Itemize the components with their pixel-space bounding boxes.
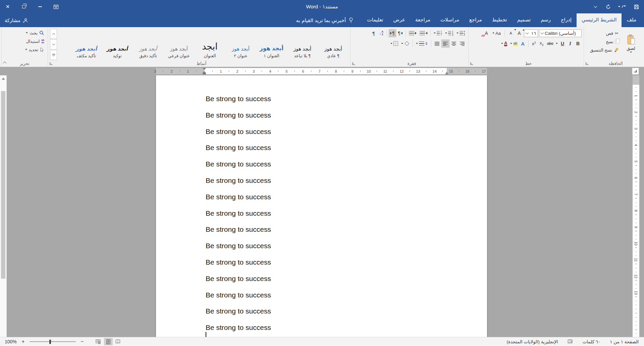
styles-more-button[interactable] [50, 50, 57, 60]
styles-scroll-up-button[interactable] [50, 29, 57, 39]
redo-button[interactable] [605, 4, 611, 10]
undo-button[interactable] [618, 4, 627, 10]
document-line[interactable]: Be strong to success [206, 221, 487, 238]
style-item[interactable]: أبجد هوز عنوان ٢ [226, 29, 256, 60]
ribbon-tab[interactable]: عرض [388, 13, 410, 27]
zoom-out-button[interactable]: − [80, 339, 85, 345]
chevron-down-icon[interactable] [390, 43, 392, 44]
style-item[interactable]: أبجد هوز توكيد [102, 29, 132, 60]
chevron-down-icon[interactable] [416, 43, 418, 44]
chevron-down-icon[interactable] [445, 32, 447, 34]
ribbon-tab[interactable]: إدراج [556, 13, 577, 27]
chevron-down-icon[interactable] [25, 49, 27, 50]
zoom-slider-thumb[interactable] [49, 340, 51, 344]
restore-button[interactable] [21, 4, 27, 10]
ribbon-tab[interactable]: تعليمات [362, 13, 388, 27]
document-line[interactable]: Be strong to success [206, 254, 487, 271]
select-button[interactable]: تحديد [24, 46, 46, 54]
cut-button[interactable]: ✂ قص [589, 29, 620, 37]
show-marks-button[interactable]: ¶ [370, 29, 377, 37]
align-right-button[interactable] [458, 40, 466, 48]
tell-me-box[interactable]: أخبرني بما تريد القيام به [296, 13, 353, 27]
font-family-combo[interactable]: Calibri (أساسي) [539, 29, 582, 37]
bold-button[interactable]: B [574, 40, 582, 48]
web-layout-button[interactable] [94, 338, 103, 345]
ltr-direction-button[interactable]: ¶ [396, 29, 404, 37]
shrink-font-button[interactable]: A [507, 29, 515, 37]
multilevel-list-button[interactable]: 1ai [432, 29, 443, 37]
zoom-in-button[interactable]: + [21, 339, 25, 345]
document-line[interactable]: Be strong to success [206, 172, 487, 189]
left-indent-marker[interactable] [203, 73, 206, 74]
ribbon-tab[interactable]: مراسلات [435, 13, 464, 27]
ribbon-tab[interactable]: تخطيط [487, 13, 512, 27]
clear-formatting-button[interactable]: A [483, 29, 490, 37]
paragraph-dialog-launcher-icon[interactable] [352, 62, 355, 65]
sort-button[interactable]: AZ↓ [378, 29, 385, 37]
replace-button[interactable]: abac استبدال [24, 37, 46, 45]
document-line[interactable]: Be strong to success [206, 124, 487, 140]
ribbon-display-options-button[interactable] [53, 4, 59, 10]
qat-customize-button[interactable] [592, 4, 598, 10]
underline-button[interactable]: U [559, 40, 566, 48]
undo-dropdown-icon[interactable] [618, 6, 620, 7]
style-item[interactable]: ابجد العنوان [195, 29, 225, 60]
chevron-down-icon[interactable] [510, 43, 512, 44]
scrollbar-thumb[interactable] [1, 91, 5, 279]
ribbon-tab[interactable]: مراجعة [410, 13, 435, 27]
zoom-slider[interactable] [30, 341, 76, 342]
justify-button[interactable] [433, 40, 441, 48]
document-line[interactable]: Be strong to success [206, 156, 487, 172]
document-line[interactable]: Be strong to success [206, 189, 487, 205]
rtl-direction-button[interactable]: ¶ [389, 29, 396, 37]
decrease-indent-button[interactable] [418, 29, 429, 37]
clipboard-dialog-launcher-icon[interactable] [586, 62, 589, 65]
highlight-button[interactable]: ab [509, 40, 519, 48]
document-line[interactable]: Be strong to success [206, 91, 487, 107]
document-line[interactable]: Be strong to success [206, 303, 487, 320]
horizontal-ruler[interactable]: 3211234567891011121314151617 [156, 68, 487, 74]
page-indicator[interactable]: الصفحة ١ من ١ [610, 339, 639, 344]
paste-button[interactable]: لصق [621, 29, 641, 58]
chevron-down-icon[interactable] [434, 32, 436, 34]
vertical-ruler[interactable]: 12345678910111213 [633, 75, 639, 337]
styles-scroll-down-button[interactable] [50, 39, 57, 49]
proofing-icon[interactable] [568, 339, 573, 344]
document-line[interactable]: Be strong to success [206, 140, 487, 156]
style-item[interactable]: أبجد هوز تأكيد دقيق [133, 29, 163, 60]
ribbon-tab[interactable]: مراجع [464, 13, 487, 27]
minimize-button[interactable] [37, 4, 43, 10]
style-item[interactable]: أبجد هوز العنوان ١ [257, 29, 286, 60]
increase-indent-button[interactable] [408, 29, 418, 37]
text-effects-button[interactable]: A [519, 40, 527, 48]
paste-dropdown-icon[interactable] [630, 52, 632, 53]
italic-button[interactable]: I [567, 40, 574, 48]
document-line[interactable]: Be strong to success [206, 238, 487, 254]
format-painter-button[interactable]: نسخ التنسيق [589, 46, 620, 54]
style-item[interactable]: أبجد هوز عنوان فرعي [164, 29, 194, 60]
word-count[interactable]: ٦٠ كلمات [583, 339, 601, 344]
strikethrough-button[interactable]: abc [546, 40, 555, 48]
chevron-down-icon[interactable] [401, 43, 403, 44]
zoom-level[interactable]: 100% [5, 339, 17, 344]
grow-font-button[interactable]: A [516, 29, 523, 37]
document-line[interactable]: Be strong to success [206, 107, 487, 124]
ribbon-tab[interactable]: تصميم [512, 13, 536, 27]
chevron-down-icon[interactable] [457, 32, 459, 34]
superscript-button[interactable]: x2 [530, 40, 538, 48]
font-color-button[interactable]: A [500, 40, 508, 48]
shading-button[interactable] [400, 40, 411, 48]
styles-dialog-launcher-icon[interactable] [50, 62, 53, 65]
document-line[interactable]: Be strong to success [206, 320, 487, 336]
style-item[interactable]: أبجد هوز ¶ عادي [318, 29, 348, 60]
document-line[interactable]: Be strong to success [206, 287, 487, 303]
find-button[interactable]: بحث [24, 29, 46, 37]
line-spacing-button[interactable]: ⇕ [415, 40, 429, 48]
share-button[interactable]: مشاركة [5, 13, 28, 27]
scroll-up-icon[interactable] [2, 78, 5, 80]
vertical-scrollbar[interactable] [0, 75, 7, 337]
numbering-button[interactable]: 123 [444, 29, 455, 37]
style-item[interactable]: أبجد هوز تأكيد مكثف [71, 29, 101, 60]
change-case-button[interactable]: Aa [491, 29, 502, 37]
tab-file[interactable]: ملف [622, 13, 641, 27]
